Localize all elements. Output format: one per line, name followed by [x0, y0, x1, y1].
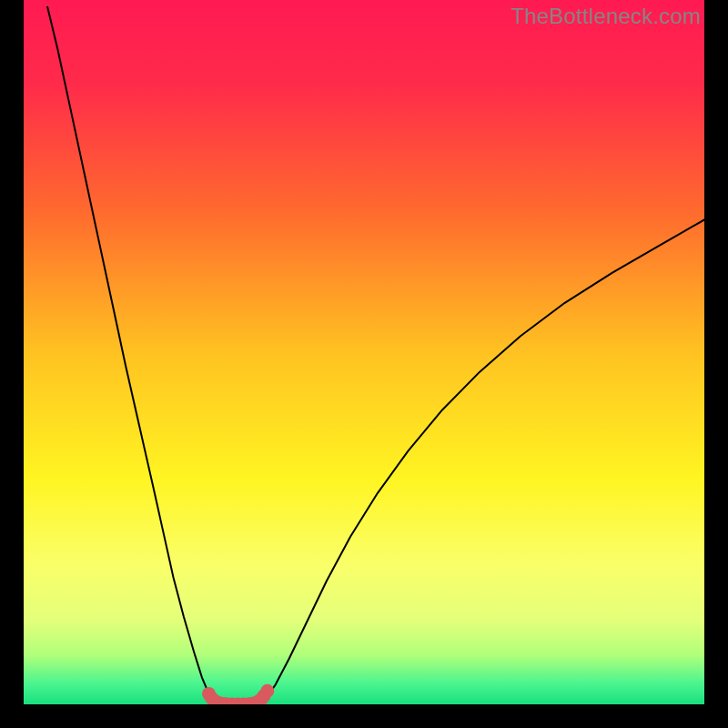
chart-area — [24, 0, 704, 704]
watermark-text: TheBottleneck.com — [511, 4, 701, 29]
gradient-background — [24, 0, 704, 704]
chart-svg — [24, 0, 704, 704]
marker-highlight-markers — [260, 684, 274, 698]
